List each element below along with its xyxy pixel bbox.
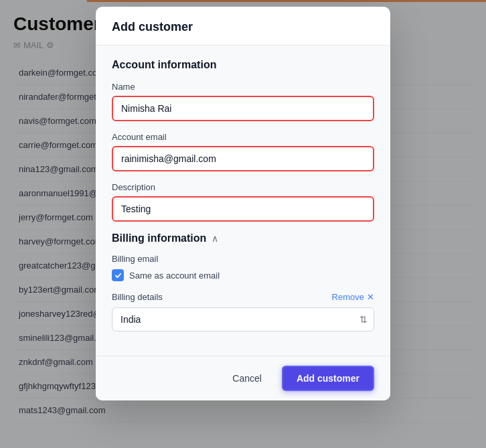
billing-section-title: Billing information [112,232,206,244]
name-field-group: Name [112,82,374,121]
modal-footer: Cancel Add customer [96,356,390,400]
cancel-button[interactable]: Cancel [219,367,275,390]
billing-email-label: Billing email [112,254,374,264]
chevron-up-icon[interactable]: ∧ [212,233,218,244]
add-customer-modal: Add customer Account information Name Ac… [96,7,390,400]
modal-title: Add customer [112,20,374,34]
same-as-email-checkbox[interactable] [112,269,124,281]
country-select[interactable]: India United States United Kingdom Canad… [112,307,374,331]
account-section-title: Account information [112,59,374,71]
modal-overlay: Add customer Account information Name Ac… [0,0,486,448]
modal-header: Add customer [96,7,390,46]
email-label: Account email [112,132,374,142]
description-label: Description [112,182,374,192]
billing-details-row: Billing details Remove ✕ [112,292,374,302]
remove-label: Remove [332,292,364,302]
billing-section-header: Billing information ∧ [112,232,374,244]
country-select-wrapper: India United States United Kingdom Canad… [112,307,374,331]
email-input[interactable] [112,146,374,171]
remove-button[interactable]: Remove ✕ [332,292,374,302]
modal-body: Account information Name Account email D… [96,46,390,356]
name-label: Name [112,82,374,92]
name-input[interactable] [112,96,374,121]
description-field-group: Description [112,182,374,222]
billing-details-label: Billing details [112,292,163,302]
email-field-group: Account email [112,132,374,171]
add-customer-button[interactable]: Add customer [282,366,374,391]
same-as-email-row: Same as account email [112,269,374,281]
close-icon: ✕ [367,292,374,302]
same-as-email-label: Same as account email [129,271,220,281]
description-input[interactable] [112,196,374,222]
